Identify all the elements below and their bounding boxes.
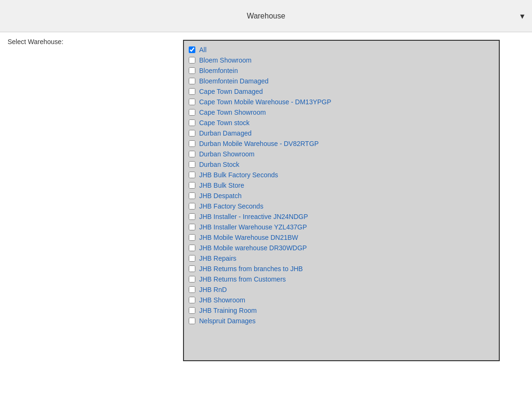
- list-item[interactable]: JHB Repairs: [187, 253, 496, 264]
- warehouse-label-jhb-factory-seconds: JHB Factory Seconds: [199, 202, 263, 210]
- warehouse-checkbox-bloemfontein-damaged[interactable]: [189, 78, 195, 84]
- warehouse-checkbox-jhb-bulk-store[interactable]: [189, 182, 195, 189]
- warehouse-checkbox-bloemfontein[interactable]: [189, 67, 195, 74]
- list-item[interactable]: JHB Despatch: [187, 191, 496, 201]
- warehouse-label-cape-town-mobile: Cape Town Mobile Warehouse - DM13YPGP: [199, 98, 331, 106]
- warehouse-checkbox-jhb-installer-warehouse[interactable]: [189, 224, 195, 230]
- list-item[interactable]: All: [187, 45, 496, 55]
- warehouse-checkbox-cape-town-mobile[interactable]: [189, 99, 195, 105]
- warehouse-label-bloem-showroom: Bloem Showroom: [199, 56, 252, 64]
- warehouse-checkbox-jhb-factory-seconds[interactable]: [189, 203, 195, 210]
- warehouse-label-jhb-mobile-dr30wdgp: JHB Mobile warehouse DR30WDGP: [199, 244, 307, 252]
- warehouse-checkbox-jhb-training[interactable]: [189, 307, 195, 314]
- list-item[interactable]: Durban Stock: [187, 159, 496, 170]
- list-item[interactable]: JHB Installer Warehouse YZL437GP: [187, 222, 496, 232]
- warehouse-label-cape-town-showroom: Cape Town Showroom: [199, 109, 266, 116]
- list-item[interactable]: JHB Returns from Customers: [187, 274, 496, 284]
- chevron-down-icon[interactable]: ▾: [520, 11, 524, 21]
- list-item[interactable]: Durban Damaged: [187, 128, 496, 138]
- list-item[interactable]: JHB Bulk Store: [187, 180, 496, 191]
- list-item[interactable]: JHB Factory Seconds: [187, 201, 496, 211]
- warehouse-label-cape-town-stock: Cape Town stock: [199, 119, 249, 127]
- warehouse-checkbox-nelspruit-damages[interactable]: [189, 318, 195, 324]
- warehouse-label-jhb-rnd: JHB RnD: [199, 286, 227, 293]
- warehouse-checkbox-cape-town-damaged[interactable]: [189, 88, 195, 95]
- warehouse-checkbox-jhb-despatch[interactable]: [189, 192, 195, 199]
- warehouse-label-jhb-showroom: JHB Showroom: [199, 296, 245, 304]
- list-item[interactable]: JHB Mobile Warehouse DN21BW: [187, 232, 496, 243]
- warehouse-label-jhb-returns-customers: JHB Returns from Customers: [199, 275, 286, 283]
- warehouse-checkbox-jhb-bulk-factory[interactable]: [189, 172, 195, 178]
- warehouse-checkbox-jhb-returns-branches[interactable]: [189, 265, 195, 272]
- list-item[interactable]: JHB Installer - Inreactive JN24NDGP: [187, 211, 496, 222]
- list-item[interactable]: Cape Town Damaged: [187, 86, 496, 97]
- list-item[interactable]: Bloemfontein: [187, 65, 496, 76]
- warehouse-label-jhb-despatch: JHB Despatch: [199, 192, 241, 200]
- list-item[interactable]: Nelspruit Damages: [187, 316, 496, 326]
- warehouse-label-jhb-training: JHB Training Room: [199, 307, 257, 314]
- warehouse-label-jhb-bulk-factory: JHB Bulk Factory Seconds: [199, 171, 278, 179]
- warehouse-dropdown-container: AllBloem ShowroomBloemfonteinBloemfontei…: [183, 40, 500, 361]
- list-item[interactable]: Cape Town Mobile Warehouse - DM13YPGP: [187, 97, 496, 107]
- warehouse-label-durban-mobile: Durban Mobile Warehouse - DV82RTGP: [199, 140, 319, 147]
- warehouse-label-jhb-mobile-dn21bw: JHB Mobile Warehouse DN21BW: [199, 234, 298, 241]
- warehouse-list-box[interactable]: AllBloem ShowroomBloemfonteinBloemfontei…: [183, 40, 500, 361]
- warehouse-checkbox-jhb-installer-inactive[interactable]: [189, 213, 195, 220]
- warehouse-checkbox-cape-town-stock[interactable]: [189, 119, 195, 126]
- warehouse-label-durban-stock: Durban Stock: [199, 161, 239, 168]
- warehouse-label-bloemfontein: Bloemfontein: [199, 67, 238, 74]
- warehouse-label-cape-town-damaged: Cape Town Damaged: [199, 88, 263, 95]
- warehouse-label-jhb-installer-inactive: JHB Installer - Inreactive JN24NDGP: [199, 213, 308, 220]
- warehouse-checkbox-jhb-rnd[interactable]: [189, 286, 195, 293]
- warehouse-checkbox-jhb-mobile-dn21bw[interactable]: [189, 234, 195, 241]
- page-title: Warehouse: [247, 12, 285, 20]
- list-item[interactable]: JHB Mobile warehouse DR30WDGP: [187, 243, 496, 253]
- warehouse-checkbox-jhb-showroom[interactable]: [189, 297, 195, 303]
- warehouse-label-jhb-repairs: JHB Repairs: [199, 255, 237, 262]
- warehouse-checkbox-durban-stock[interactable]: [189, 161, 195, 168]
- list-item[interactable]: Bloem Showroom: [187, 55, 496, 65]
- warehouse-label-durban-damaged: Durban Damaged: [199, 129, 252, 137]
- list-item[interactable]: JHB Training Room: [187, 305, 496, 316]
- warehouse-checkbox-jhb-mobile-dr30wdgp[interactable]: [189, 245, 195, 251]
- list-item[interactable]: JHB Bulk Factory Seconds: [187, 170, 496, 180]
- list-item[interactable]: Cape Town stock: [187, 118, 496, 128]
- warehouse-checkbox-durban-showroom[interactable]: [189, 151, 195, 157]
- list-item[interactable]: Cape Town Showroom: [187, 107, 496, 118]
- list-item[interactable]: Bloemfontein Damaged: [187, 76, 496, 86]
- warehouse-label-bloemfontein-damaged: Bloemfontein Damaged: [199, 77, 268, 85]
- warehouse-label-nelspruit-damages: Nelspruit Damages: [199, 317, 256, 325]
- warehouse-label-jhb-installer-warehouse: JHB Installer Warehouse YZL437GP: [199, 223, 307, 231]
- page-content: Select Warehouse: AllBloem ShowroomBloem…: [0, 32, 532, 401]
- warehouse-checkbox-bloem-showroom[interactable]: [189, 57, 195, 64]
- warehouse-label-jhb-bulk-store: JHB Bulk Store: [199, 182, 244, 189]
- warehouse-label-all: All: [199, 46, 207, 54]
- warehouse-checkbox-jhb-repairs[interactable]: [189, 255, 195, 262]
- list-item[interactable]: JHB Returns from branches to JHB: [187, 264, 496, 274]
- warehouse-checkbox-cape-town-showroom[interactable]: [189, 109, 195, 116]
- list-item[interactable]: Durban Mobile Warehouse - DV82RTGP: [187, 138, 496, 149]
- warehouse-checkbox-jhb-returns-customers[interactable]: [189, 276, 195, 283]
- warehouse-checkbox-durban-mobile[interactable]: [189, 140, 195, 147]
- header-bar: Warehouse ▾: [0, 0, 532, 32]
- warehouse-checkbox-all[interactable]: [189, 46, 195, 53]
- warehouse-label-durban-showroom: Durban Showroom: [199, 150, 255, 158]
- list-item[interactable]: JHB Showroom: [187, 295, 496, 305]
- list-item[interactable]: Durban Showroom: [187, 149, 496, 159]
- warehouse-label-jhb-returns-branches: JHB Returns from branches to JHB: [199, 265, 303, 273]
- warehouse-checkbox-durban-damaged[interactable]: [189, 130, 195, 137]
- list-item[interactable]: JHB RnD: [187, 284, 496, 295]
